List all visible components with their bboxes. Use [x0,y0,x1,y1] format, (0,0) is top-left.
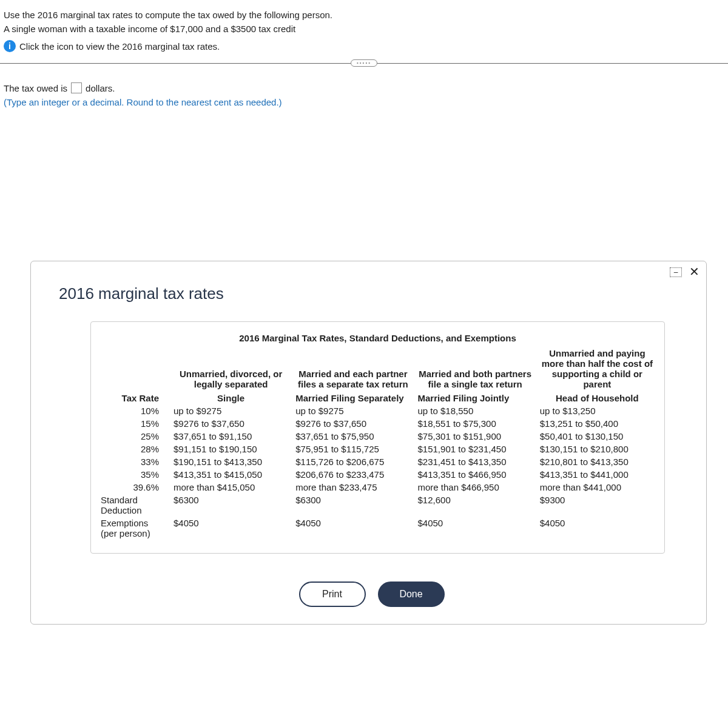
info-icon[interactable]: i [4,40,16,52]
answer-prefix: The tax owed is [4,83,67,93]
info-text[interactable]: Click the icon to view the 2016 marginal… [19,41,220,52]
section-divider: ••••• [0,59,728,68]
question-line-2: A single woman with a taxable income of … [4,24,724,34]
question-block: Use the 2016 marginal tax rates to compu… [0,0,728,52]
answer-block: The tax owed is dollars. (Type an intege… [0,73,728,107]
tax-owed-input[interactable] [71,82,82,93]
question-line-1: Use the 2016 marginal tax rates to compu… [4,10,724,20]
drag-handle-icon[interactable]: ••••• [351,59,377,67]
answer-hint: (Type an integer or a decimal. Round to … [4,97,724,107]
answer-suffix: dollars. [86,83,115,93]
